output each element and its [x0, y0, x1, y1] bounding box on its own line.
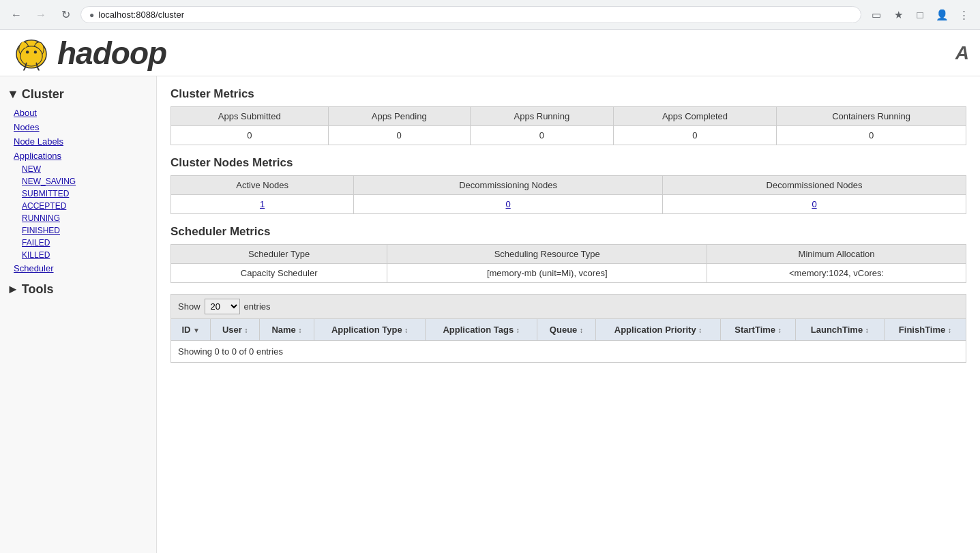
apps-col-queue[interactable]: Queue ↕	[537, 319, 595, 341]
finishtime-sort-icon: ↕	[948, 327, 951, 334]
col-apps-running: Apps Running	[470, 107, 613, 126]
content: Cluster Metrics Apps Submitted Apps Pend…	[157, 76, 980, 553]
col-active-nodes: Active Nodes	[171, 176, 354, 195]
apps-col-name[interactable]: Name ↕	[260, 319, 314, 341]
cluster-nodes-metrics-table: Active Nodes Decommissioning Nodes Decom…	[170, 175, 966, 214]
col-scheduling-resource-type: Scheduling Resource Type	[387, 245, 707, 264]
forward-button[interactable]: →	[31, 5, 50, 25]
window-button[interactable]: □	[910, 5, 930, 25]
apps-col-tags[interactable]: Application Tags ↕	[426, 319, 537, 341]
val-apps-pending: 0	[328, 126, 470, 145]
cluster-label: Cluster	[22, 87, 64, 102]
val-apps-submitted: 0	[171, 126, 329, 145]
user-sort-icon: ↕	[244, 327, 248, 334]
cluster-metrics-table: Apps Submitted Apps Pending Apps Running…	[170, 106, 966, 145]
apps-col-user[interactable]: User ↕	[211, 319, 260, 341]
show-entries-bar: Show 10 20 50 100 entries	[170, 294, 966, 318]
apps-col-priority[interactable]: Application Priority ↕	[595, 319, 720, 341]
col-decommissioned-nodes: Decommissioned Nodes	[663, 176, 966, 195]
name-sort-icon: ↕	[298, 327, 301, 334]
val-minimum-allocation: <memory:1024, vCores:	[707, 264, 966, 283]
cluster-metrics-row: 0 0 0 0 0	[171, 126, 966, 145]
col-scheduler-type: Scheduler Type	[171, 245, 387, 264]
profile-button[interactable]: 👤	[932, 5, 951, 25]
apps-col-starttime[interactable]: StartTime ↕	[721, 319, 796, 341]
cluster-nodes-row: 1 0 0	[171, 195, 966, 214]
svg-point-3	[20, 46, 42, 66]
sidebar-item-new[interactable]: NEW	[0, 163, 156, 175]
apps-col-id[interactable]: ID ▼	[171, 319, 211, 341]
sidebar-item-failed[interactable]: FAILED	[0, 237, 156, 249]
apps-col-type[interactable]: Application Type ↕	[314, 319, 426, 341]
header-right-text: A	[955, 42, 969, 64]
tools-label: Tools	[22, 282, 54, 297]
scheduler-metrics-row: Capacity Scheduler [memory-mb (unit=Mi),…	[171, 264, 966, 283]
applications-table: ID ▼ User ↕ Name ↕ Application Type	[170, 318, 966, 341]
sidebar: ▼ Cluster About Nodes Node Labels Applic…	[0, 76, 157, 553]
tools-arrow-icon: ►	[7, 282, 19, 297]
col-apps-completed: Apps Completed	[613, 107, 776, 126]
lock-icon: ●	[89, 10, 94, 20]
entries-label: entries	[244, 301, 271, 312]
starttime-sort-icon: ↕	[778, 327, 782, 334]
val-decommissioned-nodes[interactable]: 0	[663, 195, 966, 214]
priority-sort-icon: ↕	[698, 327, 702, 334]
val-containers-running: 0	[777, 126, 966, 145]
queue-sort-icon: ↕	[580, 327, 583, 334]
hadoop-logo-text: hadoop	[57, 35, 166, 72]
type-sort-icon: ↕	[404, 327, 408, 334]
launchtime-sort-icon: ↕	[865, 327, 869, 334]
reload-button[interactable]: ↻	[56, 5, 75, 25]
cluster-arrow-icon: ▼	[7, 87, 19, 102]
cast-button[interactable]: ▭	[867, 5, 886, 25]
cluster-metrics-title: Cluster Metrics	[170, 87, 966, 101]
val-scheduler-type: Capacity Scheduler	[171, 264, 387, 283]
browser-chrome: ← → ↻ ● localhost:8088/cluster ▭ ★ □ 👤 ⋮	[0, 0, 980, 30]
bookmark-button[interactable]: ★	[889, 5, 908, 25]
scheduler-metrics-table: Scheduler Type Scheduling Resource Type …	[170, 244, 966, 283]
sidebar-item-new-saving[interactable]: NEW_SAVING	[0, 175, 156, 188]
col-apps-pending: Apps Pending	[328, 107, 470, 126]
apps-col-launchtime[interactable]: LaunchTime ↕	[795, 319, 884, 341]
entries-select[interactable]: 10 20 50 100	[205, 299, 240, 314]
sidebar-item-node-labels[interactable]: Node Labels	[0, 134, 156, 149]
sidebar-item-about[interactable]: About	[0, 106, 156, 120]
val-scheduling-resource-type: [memory-mb (unit=Mi), vcores]	[387, 264, 707, 283]
val-active-nodes[interactable]: 1	[171, 195, 354, 214]
id-sort-icon: ▼	[193, 327, 200, 334]
elephant-logo-icon	[11, 34, 52, 72]
val-apps-running: 0	[470, 126, 613, 145]
page-wrapper: hadoop A ▼ Cluster About Nodes Node Labe…	[0, 30, 980, 553]
show-label: Show	[178, 301, 201, 312]
col-apps-submitted: Apps Submitted	[171, 107, 329, 126]
browser-toolbar-right: ▭ ★ □ 👤 ⋮	[867, 5, 973, 25]
cluster-nodes-metrics-title: Cluster Nodes Metrics	[170, 156, 966, 170]
svg-point-4	[26, 50, 29, 53]
tags-sort-icon: ↕	[516, 327, 520, 334]
back-button[interactable]: ←	[7, 5, 26, 25]
main-area: ▼ Cluster About Nodes Node Labels Applic…	[0, 76, 980, 553]
sidebar-item-killed[interactable]: KILLED	[0, 249, 156, 261]
sidebar-item-running[interactable]: RUNNING	[0, 212, 156, 224]
sidebar-item-accepted[interactable]: ACCEPTED	[0, 200, 156, 212]
sidebar-item-submitted[interactable]: SUBMITTED	[0, 188, 156, 200]
url-text: localhost:8088/cluster	[98, 10, 184, 20]
val-decommissioning-nodes[interactable]: 0	[354, 195, 663, 214]
sidebar-item-finished[interactable]: FINISHED	[0, 224, 156, 237]
tools-section-title[interactable]: ► Tools	[0, 275, 156, 301]
showing-text: Showing 0 to 0 of 0 entries	[170, 341, 966, 363]
hadoop-logo: hadoop	[11, 34, 166, 72]
menu-button[interactable]: ⋮	[954, 5, 973, 25]
svg-point-5	[34, 50, 37, 53]
sidebar-item-scheduler[interactable]: Scheduler	[0, 261, 156, 275]
sidebar-item-applications[interactable]: Applications	[0, 149, 156, 163]
col-containers-running: Containers Running	[777, 107, 966, 126]
col-decommissioning-nodes: Decommissioning Nodes	[354, 176, 663, 195]
col-minimum-allocation: Minimum Allocation	[707, 245, 966, 264]
cluster-section-title[interactable]: ▼ Cluster	[0, 83, 156, 106]
address-bar[interactable]: ● localhost:8088/cluster	[80, 6, 861, 23]
scheduler-metrics-title: Scheduler Metrics	[170, 225, 966, 239]
sidebar-item-nodes[interactable]: Nodes	[0, 120, 156, 134]
header: hadoop A	[0, 30, 980, 76]
apps-col-finishtime[interactable]: FinishTime ↕	[884, 319, 966, 341]
